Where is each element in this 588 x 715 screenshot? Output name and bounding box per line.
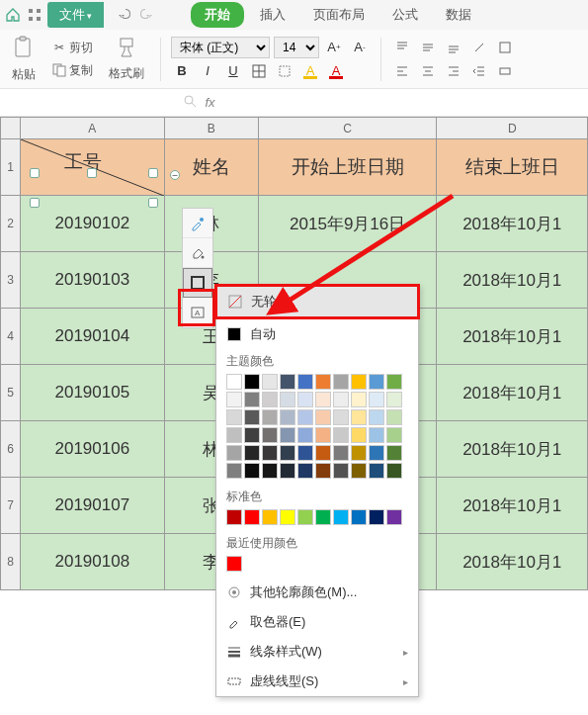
bold-button[interactable]: B bbox=[171, 60, 193, 82]
cell[interactable]: 20190103 bbox=[21, 252, 164, 309]
cell[interactable]: 2018年10月1 bbox=[437, 478, 588, 534]
color-swatch[interactable] bbox=[226, 509, 242, 525]
color-swatch[interactable] bbox=[262, 463, 278, 479]
color-swatch[interactable] bbox=[226, 409, 242, 425]
color-swatch[interactable] bbox=[351, 463, 367, 479]
color-swatch[interactable] bbox=[244, 427, 260, 443]
cell[interactable]: 20190107 bbox=[21, 478, 164, 534]
merge-button[interactable] bbox=[494, 60, 516, 82]
eyedropper-item[interactable]: 取色器(E) bbox=[216, 607, 418, 637]
shape-handle[interactable] bbox=[148, 168, 158, 178]
cut-button[interactable]: ✂ 剪切 bbox=[47, 38, 97, 58]
cell[interactable]: 2018年10月1 bbox=[437, 252, 588, 309]
color-swatch[interactable] bbox=[297, 509, 313, 525]
color-swatch[interactable] bbox=[280, 409, 295, 425]
home-icon[interactable] bbox=[4, 6, 22, 24]
underline-button[interactable]: U bbox=[222, 60, 244, 82]
align-left-button[interactable] bbox=[391, 60, 413, 82]
shape-handle[interactable] bbox=[30, 198, 40, 208]
shape-handle[interactable] bbox=[87, 168, 97, 178]
color-swatch[interactable] bbox=[262, 427, 278, 443]
color-swatch[interactable] bbox=[297, 409, 313, 425]
color-swatch[interactable] bbox=[351, 409, 367, 425]
search-icon[interactable] bbox=[183, 94, 197, 111]
align-top-button[interactable] bbox=[391, 37, 413, 58]
history-fwd-icon[interactable] bbox=[137, 6, 153, 25]
shape-handle[interactable] bbox=[148, 198, 158, 208]
color-swatch[interactable] bbox=[386, 445, 402, 461]
color-swatch[interactable] bbox=[315, 392, 331, 407]
cell[interactable]: 结束上班日 bbox=[437, 139, 588, 196]
color-swatch[interactable] bbox=[333, 445, 349, 461]
color-swatch[interactable] bbox=[315, 445, 331, 461]
color-swatch[interactable] bbox=[333, 463, 349, 479]
row-header[interactable]: 1 bbox=[1, 139, 21, 196]
color-swatch[interactable] bbox=[280, 374, 295, 390]
row-header[interactable]: 4 bbox=[1, 309, 21, 365]
tab-insert[interactable]: 插入 bbox=[248, 2, 297, 28]
textbox-icon[interactable]: A bbox=[183, 298, 212, 327]
color-swatch[interactable] bbox=[297, 374, 313, 390]
color-swatch[interactable] bbox=[333, 392, 349, 407]
align-right-button[interactable] bbox=[443, 60, 464, 82]
cell-A1-diagonal[interactable]: 工号 bbox=[21, 139, 164, 196]
color-swatch[interactable] bbox=[369, 509, 384, 525]
color-swatch[interactable] bbox=[262, 445, 278, 461]
color-swatch[interactable] bbox=[244, 463, 260, 479]
color-swatch[interactable] bbox=[226, 427, 242, 443]
color-swatch[interactable] bbox=[369, 374, 384, 390]
format-painter-button[interactable]: 格式刷 bbox=[103, 33, 150, 86]
italic-button[interactable]: I bbox=[197, 60, 218, 82]
cell[interactable]: 20190108 bbox=[21, 534, 164, 590]
row-header[interactable]: 5 bbox=[1, 365, 21, 421]
col-header[interactable]: B bbox=[164, 118, 258, 139]
tab-data[interactable]: 数据 bbox=[434, 2, 483, 28]
color-swatch[interactable] bbox=[386, 392, 402, 407]
color-swatch[interactable] bbox=[262, 509, 278, 525]
color-swatch[interactable] bbox=[280, 463, 295, 479]
color-swatch[interactable] bbox=[226, 392, 242, 407]
font-size-select[interactable]: 14 bbox=[274, 37, 319, 58]
border-button[interactable] bbox=[248, 60, 270, 82]
tab-formula[interactable]: 公式 bbox=[380, 2, 430, 28]
color-swatch[interactable] bbox=[369, 409, 384, 425]
select-all-corner[interactable] bbox=[1, 118, 21, 139]
dash-style-item[interactable]: 虚线线型(S) ▸ bbox=[216, 667, 418, 696]
font-grow-button[interactable]: A+ bbox=[323, 37, 345, 58]
cell[interactable]: 2015年9月16日 bbox=[258, 196, 437, 252]
fx-label[interactable]: fx bbox=[205, 95, 214, 110]
row-header[interactable]: 7 bbox=[1, 478, 21, 534]
color-swatch[interactable] bbox=[315, 427, 331, 443]
color-swatch[interactable] bbox=[297, 427, 313, 443]
color-swatch[interactable] bbox=[297, 392, 313, 407]
color-swatch[interactable] bbox=[369, 427, 384, 443]
indent-dec-button[interactable] bbox=[468, 60, 490, 82]
color-swatch[interactable] bbox=[280, 392, 295, 407]
eyedropper-icon[interactable] bbox=[183, 209, 212, 238]
color-swatch[interactable] bbox=[226, 445, 242, 461]
line-style-item[interactable]: 线条样式(W) ▸ bbox=[216, 637, 418, 667]
row-header[interactable]: 2 bbox=[1, 196, 21, 252]
color-swatch[interactable] bbox=[369, 392, 384, 407]
color-swatch[interactable] bbox=[280, 445, 295, 461]
color-swatch[interactable] bbox=[226, 463, 242, 479]
color-swatch[interactable] bbox=[244, 374, 260, 390]
shape-handle[interactable] bbox=[30, 168, 40, 178]
no-outline-item[interactable]: 无轮廓 bbox=[217, 287, 417, 316]
color-swatch[interactable] bbox=[386, 509, 402, 525]
outline-icon[interactable] bbox=[183, 268, 212, 298]
copy-button[interactable]: 复制 bbox=[47, 60, 97, 81]
shape-collapse-handle[interactable]: – bbox=[170, 170, 180, 180]
color-swatch[interactable] bbox=[386, 409, 402, 425]
color-swatch[interactable] bbox=[244, 409, 260, 425]
cell[interactable]: 2018年10月1 bbox=[437, 421, 588, 478]
align-bot-button[interactable] bbox=[443, 37, 464, 58]
color-swatch[interactable] bbox=[333, 409, 349, 425]
color-swatch[interactable] bbox=[280, 427, 295, 443]
color-swatch[interactable] bbox=[315, 509, 331, 525]
cell[interactable]: 2018年10月1 bbox=[437, 196, 588, 252]
col-header[interactable]: C bbox=[258, 118, 437, 139]
cell[interactable]: 开始上班日期 bbox=[258, 139, 437, 196]
align-center-button[interactable] bbox=[417, 60, 439, 82]
color-swatch[interactable] bbox=[244, 392, 260, 407]
